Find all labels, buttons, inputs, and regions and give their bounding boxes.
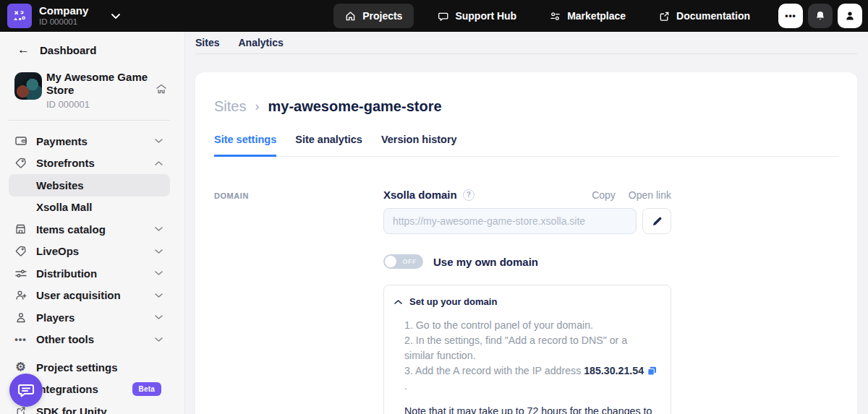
tab-site-analytics[interactable]: Site analytics xyxy=(295,134,362,157)
gear-icon: ⚙ xyxy=(14,361,27,373)
sidebar-item-label: Players xyxy=(36,311,75,324)
copy-ip-icon[interactable] xyxy=(647,366,657,376)
ellipsis-icon: ••• xyxy=(14,334,27,345)
tag-icon xyxy=(14,158,27,168)
sidebar-item-players[interactable]: Players xyxy=(9,306,170,329)
external-link-icon xyxy=(14,406,27,414)
project-block[interactable]: My Awesome Game Store ID 000001 xyxy=(14,71,170,110)
sidebar-item-websites[interactable]: Websites xyxy=(9,174,170,197)
sidebar-item-other-tools[interactable]: ••• Other tools xyxy=(9,329,170,351)
domain-section: DOMAIN Xsolla domain ? Copy Open link xyxy=(214,189,838,414)
sidebar-item-payments[interactable]: Payments xyxy=(9,130,170,152)
user-icon xyxy=(14,312,27,323)
nav-documentation[interactable]: Documentation xyxy=(650,4,760,28)
chat-fab-button[interactable] xyxy=(9,374,43,407)
sidebar-menu: Payments Storefronts Websites Xsolla Mal… xyxy=(0,130,184,350)
chevron-down-icon xyxy=(155,337,163,342)
topbar-actions: ••• xyxy=(778,4,862,28)
sidebar-item-items-catalog[interactable]: Items catalog xyxy=(9,218,170,241)
chevron-down-icon xyxy=(155,315,163,319)
open-link[interactable]: Open link xyxy=(629,189,671,201)
sidebar-item-storefronts[interactable]: Storefronts xyxy=(9,152,170,175)
chevron-down-icon xyxy=(155,271,163,275)
project-home-icon[interactable] xyxy=(156,84,167,94)
own-domain-toggle[interactable]: OFF xyxy=(383,254,423,269)
sidebar-item-label: Other tools xyxy=(36,333,94,345)
breadcrumb-separator-icon: › xyxy=(255,99,259,114)
nav-projects-label: Projects xyxy=(362,10,402,22)
setup-steps: 1. Go to the control panel of your domai… xyxy=(404,318,659,394)
company-name: Company xyxy=(39,5,88,17)
sidebar: ← Dashboard My Awesome Game Store ID 000… xyxy=(0,32,185,414)
tab-site-settings[interactable]: Site settings xyxy=(214,134,276,157)
account-button[interactable] xyxy=(838,4,862,28)
company-id: ID 000001 xyxy=(39,17,88,27)
nav-support-hub-label: Support Hub xyxy=(455,10,516,22)
chevron-down-icon[interactable] xyxy=(111,14,120,19)
tab-bar: Site settings Site analytics Version his… xyxy=(214,134,838,157)
sliders-icon xyxy=(14,269,27,278)
xsolla-logo xyxy=(7,4,32,28)
tab-version-history[interactable]: Version history xyxy=(381,134,457,157)
site-settings-card: Sites › my-awesome-game-store Site setti… xyxy=(195,72,857,414)
sidebar-item-label: User acquisition xyxy=(36,289,121,301)
back-arrow-icon: ← xyxy=(17,43,30,57)
nav-projects[interactable]: Projects xyxy=(333,4,414,28)
person-icon xyxy=(844,10,856,22)
sidebar-item-label: SDK for Unity xyxy=(36,405,107,414)
sidebar-item-label: LiveOps xyxy=(36,245,79,257)
sidebar-item-liveops[interactable]: LiveOps xyxy=(9,241,170,263)
help-icon[interactable]: ? xyxy=(463,189,475,201)
setup-panel-title: Set up your domain xyxy=(409,296,497,307)
domain-section-label: DOMAIN xyxy=(214,189,383,414)
ip-address: 185.30.21.54 xyxy=(584,365,644,376)
chevron-down-icon xyxy=(155,293,163,298)
company-switcher[interactable]: Company ID 000001 xyxy=(0,4,120,28)
nav-marketplace-label: Marketplace xyxy=(567,10,626,22)
ellipsis-icon: ••• xyxy=(785,11,796,21)
sidebar-item-label: Integrations xyxy=(36,383,98,395)
topbar: Company ID 000001 Projects Support Hub xyxy=(0,0,868,32)
toggle-state-label: OFF xyxy=(402,258,417,265)
subnav-analytics[interactable]: Analytics xyxy=(238,37,283,48)
sidebar-item-label: Websites xyxy=(36,179,84,191)
back-to-dashboard[interactable]: ← Dashboard xyxy=(0,39,184,61)
setup-domain-panel: Set up your domain 1. Go to the control … xyxy=(383,285,671,414)
own-domain-label: Use my own domain xyxy=(433,256,538,268)
breadcrumb-sites[interactable]: Sites xyxy=(214,98,246,115)
setup-step-1: 1. Go to the control panel of your domai… xyxy=(404,318,659,333)
chevron-down-icon xyxy=(155,227,163,231)
page-title: my-awesome-game-store xyxy=(268,98,441,115)
own-domain-toggle-row: OFF Use my own domain xyxy=(383,254,671,269)
toggle-knob xyxy=(385,256,396,267)
edit-domain-button[interactable] xyxy=(642,208,671,234)
beta-badge: Beta xyxy=(132,382,161,396)
wallet-icon xyxy=(14,136,27,146)
xsolla-domain-input[interactable] xyxy=(383,208,637,234)
sidebar-item-xsolla-mall[interactable]: Xsolla Mall xyxy=(9,197,170,219)
setup-note: Note that it may take up to 72 hours for… xyxy=(404,404,659,414)
sidebar-item-user-acquisition[interactable]: User acquisition xyxy=(9,285,170,307)
topbar-nav: Projects Support Hub Marketplace xyxy=(333,4,760,28)
more-button[interactable]: ••• xyxy=(778,4,803,28)
user-plus-icon xyxy=(14,290,27,301)
project-avatar xyxy=(14,72,42,100)
copy-link[interactable]: Copy xyxy=(592,189,616,201)
subnav: Sites Analytics xyxy=(195,32,857,54)
nav-marketplace[interactable]: Marketplace xyxy=(540,4,635,28)
notifications-button[interactable] xyxy=(808,4,833,28)
setup-panel-header[interactable]: Set up your domain xyxy=(394,296,659,307)
sidebar-item-distribution[interactable]: Distribution xyxy=(9,262,170,285)
xsolla-domain-label: Xsolla domain xyxy=(383,189,457,201)
sidebar-item-label: Items catalog xyxy=(36,223,106,236)
home-icon xyxy=(345,11,356,22)
nav-documentation-label: Documentation xyxy=(676,10,750,22)
nav-support-hub[interactable]: Support Hub xyxy=(428,4,526,28)
xsolla-logo-glyphs xyxy=(12,8,27,24)
store-icon xyxy=(14,224,27,234)
sidebar-item-label: Payments xyxy=(36,135,88,147)
subnav-sites[interactable]: Sites xyxy=(195,37,219,48)
project-name: My Awesome Game Store xyxy=(46,71,151,97)
tune-icon xyxy=(550,11,561,22)
pencil-icon xyxy=(652,216,663,227)
